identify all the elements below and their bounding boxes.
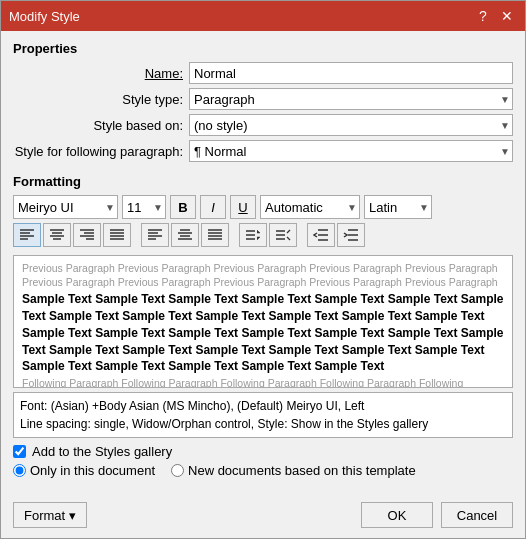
size-select[interactable]: 11 <box>122 195 166 219</box>
italic-button[interactable]: I <box>200 195 226 219</box>
radio-doc-label[interactable]: Only in this document <box>30 463 155 478</box>
color-select-wrapper: Automatic ▼ <box>260 195 360 219</box>
formatting-section-label: Formatting <box>13 174 513 189</box>
align-center-button[interactable] <box>43 223 71 247</box>
style-following-row: Style for following paragraph: ¶ Normal … <box>13 140 513 162</box>
lang-select-wrapper: Latin ▼ <box>364 195 432 219</box>
font-select[interactable]: Meiryo UI <box>13 195 118 219</box>
add-to-gallery-checkbox[interactable] <box>13 445 26 458</box>
indent-decrease-icon <box>313 228 329 242</box>
properties-section-label: Properties <box>13 41 513 56</box>
underline-button[interactable]: U <box>230 195 256 219</box>
formatting-controls: Meiryo UI ▼ 11 ▼ B I U Automatic <box>13 195 513 251</box>
indent-decrease-button[interactable] <box>307 223 335 247</box>
style-following-label: Style for following paragraph: <box>13 144 183 159</box>
align-center-icon <box>49 228 65 242</box>
align-center2-button[interactable] <box>171 223 199 247</box>
description-line2: Line spacing: single, Widow/Orphan contr… <box>20 415 506 433</box>
size-select-wrapper: 11 ▼ <box>122 195 166 219</box>
description-box: Font: (Asian) +Body Asian (MS Mincho), (… <box>13 392 513 438</box>
radio-doc-option: Only in this document <box>13 463 155 478</box>
style-type-row: Style type: Paragraph ▼ <box>13 88 513 110</box>
style-type-label: Style type: <box>13 92 183 107</box>
color-select[interactable]: Automatic <box>260 195 360 219</box>
lang-select[interactable]: Latin <box>364 195 432 219</box>
style-type-select[interactable]: Paragraph <box>189 88 513 110</box>
radio-row: Only in this document New documents base… <box>13 463 513 478</box>
modify-style-dialog: Modify Style ? ✕ Properties Name: Style … <box>0 0 526 539</box>
style-based-row: Style based on: (no style) ▼ <box>13 114 513 136</box>
add-to-gallery-row: Add to the Styles gallery <box>13 444 513 459</box>
radio-template-option: New documents based on this template <box>171 463 416 478</box>
close-button[interactable]: ✕ <box>497 6 517 26</box>
line-spacing-dec-icon <box>245 228 261 242</box>
align-right-icon <box>79 228 95 242</box>
line-spacing-inc-icon <box>275 228 291 242</box>
dialog-title: Modify Style <box>9 9 80 24</box>
title-bar: Modify Style ? ✕ <box>1 1 525 31</box>
align-right-button[interactable] <box>73 223 101 247</box>
align-left-button[interactable] <box>13 223 41 247</box>
radio-only-doc[interactable] <box>13 464 26 477</box>
help-button[interactable]: ? <box>473 6 493 26</box>
align-left2-button[interactable] <box>141 223 169 247</box>
style-based-label: Style based on: <box>13 118 183 133</box>
name-row: Name: <box>13 62 513 84</box>
format-btn-wrapper: Format ▾ <box>13 502 87 528</box>
ok-button[interactable]: OK <box>361 502 433 528</box>
align-center2-icon <box>177 228 193 242</box>
name-input[interactable] <box>189 62 513 84</box>
font-select-wrapper: Meiryo UI ▼ <box>13 195 118 219</box>
preview-box: Previous Paragraph Previous Paragraph Pr… <box>13 255 513 388</box>
ok-cancel-group: OK Cancel <box>361 502 513 528</box>
line-spacing-inc-button[interactable] <box>269 223 297 247</box>
bold-button[interactable]: B <box>170 195 196 219</box>
bottom-bar: Format ▾ OK Cancel <box>1 496 525 538</box>
radio-template-label[interactable]: New documents based on this template <box>188 463 416 478</box>
align-left-icon <box>19 228 35 242</box>
properties-grid: Name: Style type: Paragraph ▼ Style base… <box>13 62 513 162</box>
radio-new-template[interactable] <box>171 464 184 477</box>
preview-follow-para: Following Paragraph Following Paragraph … <box>22 377 504 388</box>
preview-sample-text: Sample Text Sample Text Sample Text Samp… <box>22 291 504 375</box>
style-based-select[interactable]: (no style) <box>189 114 513 136</box>
style-based-wrapper: (no style) ▼ <box>189 114 513 136</box>
align-justify2-button[interactable] <box>201 223 229 247</box>
cancel-button[interactable]: Cancel <box>441 502 513 528</box>
line-spacing-dec-button[interactable] <box>239 223 267 247</box>
preview-prev-para: Previous Paragraph Previous Paragraph Pr… <box>22 262 504 289</box>
align-justify2-icon <box>207 228 223 242</box>
title-bar-buttons: ? ✕ <box>473 6 517 26</box>
indent-increase-button[interactable] <box>337 223 365 247</box>
align-justify-button[interactable] <box>103 223 131 247</box>
formatting-row1: Meiryo UI ▼ 11 ▼ B I U Automatic <box>13 195 513 219</box>
dialog-body: Properties Name: Style type: Paragraph ▼… <box>1 31 525 496</box>
style-following-select[interactable]: ¶ Normal <box>189 140 513 162</box>
style-following-wrapper: ¶ Normal ▼ <box>189 140 513 162</box>
alignment-row <box>13 223 513 247</box>
indent-increase-icon <box>343 228 359 242</box>
align-justify-icon <box>109 228 125 242</box>
format-button[interactable]: Format ▾ <box>13 502 87 528</box>
name-label: Name: <box>13 66 183 81</box>
style-type-wrapper: Paragraph ▼ <box>189 88 513 110</box>
add-to-gallery-label[interactable]: Add to the Styles gallery <box>32 444 172 459</box>
align-left2-icon <box>147 228 163 242</box>
description-line1: Font: (Asian) +Body Asian (MS Mincho), (… <box>20 397 506 415</box>
